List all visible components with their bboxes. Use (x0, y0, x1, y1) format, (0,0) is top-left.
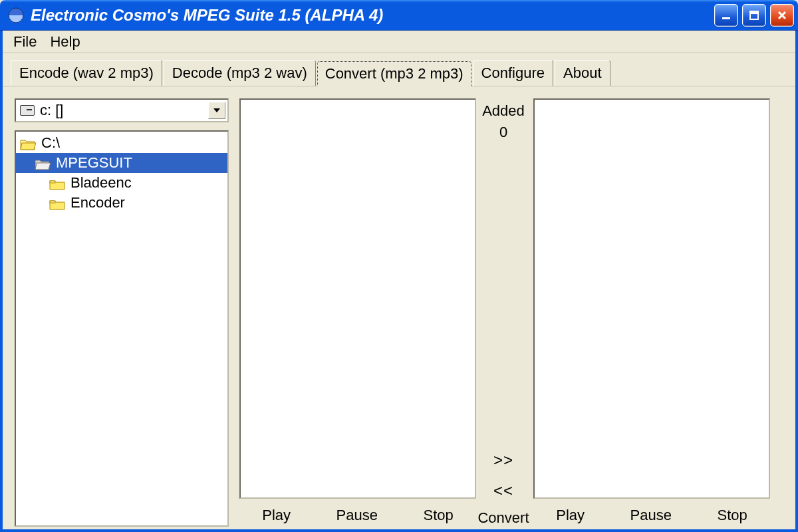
tab-encode[interactable]: Encode (wav 2 mp3) (11, 60, 162, 86)
tab-about[interactable]: About (555, 60, 610, 86)
added-label: Added (482, 102, 525, 120)
target-listbox[interactable] (533, 98, 770, 499)
target-controls: Play Pause Stop (533, 499, 770, 527)
remove-button[interactable]: << (491, 480, 516, 501)
tree-item-label: Bladeenc (70, 174, 132, 192)
tab-decode[interactable]: Decode (mp3 2 wav) (164, 60, 316, 86)
menu-help[interactable]: Help (43, 31, 86, 53)
tree-item-mpegsuit[interactable]: MPEGSUIT (16, 153, 227, 173)
tree-item-label: MPEGSUIT (56, 154, 132, 172)
pause-button[interactable]: Pause (626, 504, 676, 527)
tab-content: c: [] C:\ MPEGSUIT (3, 86, 795, 529)
folder-open-icon (35, 157, 51, 169)
close-button[interactable] (770, 4, 794, 27)
tab-configure[interactable]: Configure (473, 60, 553, 86)
tree-item-bladeenc[interactable]: Bladeenc (16, 173, 227, 193)
titlebar: Electronic Cosmo's MPEG Suite 1.5 (ALPHA… (0, 0, 798, 31)
svg-rect-2 (722, 17, 730, 19)
window-title: Electronic Cosmo's MPEG Suite 1.5 (ALPHA… (31, 6, 714, 25)
tree-item-encoder[interactable]: Encoder (16, 193, 227, 213)
svg-rect-5 (50, 181, 55, 183)
dropdown-button[interactable] (208, 102, 225, 119)
maximize-button[interactable] (742, 4, 766, 27)
minimize-button[interactable] (714, 4, 738, 27)
window-controls (714, 4, 794, 27)
drive-selected-text: c: [] (40, 102, 63, 119)
source-controls: Play Pause Stop (239, 499, 476, 527)
source-column: Play Pause Stop (239, 98, 476, 527)
play-button[interactable]: Play (552, 504, 589, 527)
folder-icon (49, 197, 65, 209)
drive-icon (20, 105, 35, 116)
window-frame: File Help Encode (wav 2 mp3) Decode (mp3… (0, 31, 798, 532)
tab-convert[interactable]: Convert (mp3 2 mp3) (317, 61, 471, 86)
source-listbox[interactable] (239, 98, 476, 499)
tree-root[interactable]: C:\ (16, 133, 227, 153)
add-button[interactable]: >> (491, 450, 516, 471)
stop-button[interactable]: Stop (419, 504, 457, 527)
convert-button[interactable]: Convert (473, 507, 533, 529)
tree-item-label: Encoder (70, 194, 125, 211)
menubar: File Help (3, 31, 795, 53)
drive-combobox[interactable]: c: [] (15, 98, 229, 122)
folder-icon (49, 177, 65, 189)
pause-button[interactable]: Pause (332, 504, 382, 527)
tree-root-label: C:\ (41, 134, 60, 152)
target-column: Play Pause Stop (533, 98, 770, 527)
folder-open-icon (20, 137, 36, 149)
transfer-column: Added 0 >> << Convert (476, 98, 531, 527)
folder-tree[interactable]: C:\ MPEGSUIT Bladeenc (15, 130, 229, 527)
menu-file[interactable]: File (7, 31, 43, 53)
play-button[interactable]: Play (258, 504, 295, 527)
added-count: 0 (499, 124, 507, 141)
stop-button[interactable]: Stop (713, 504, 751, 527)
tabstrip: Encode (wav 2 mp3) Decode (mp3 2 wav) Co… (3, 53, 795, 86)
left-column: c: [] C:\ MPEGSUIT (15, 98, 229, 527)
svg-rect-6 (50, 201, 55, 203)
app-icon (7, 6, 25, 25)
svg-rect-4 (750, 11, 758, 14)
